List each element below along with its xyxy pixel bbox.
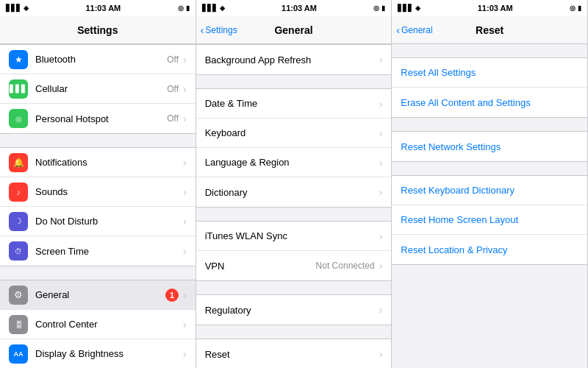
bluetooth-item[interactable]: ★ Bluetooth Off › [0, 45, 196, 74]
reset-group-3: Reset Keyboard Dictionary Reset Home Scr… [392, 175, 587, 265]
regulatory-item[interactable]: Regulatory › [196, 295, 392, 325]
reset-item[interactable]: Reset › [196, 339, 392, 368]
chevron-icon: › [183, 216, 187, 227]
reset-homescreen-label: Reset Home Screen Layout [401, 214, 518, 225]
location-icon-3: ◎ [570, 4, 576, 12]
screentime-label: Screen Time [35, 246, 183, 257]
signal-icon: ▋▋▋ [6, 4, 21, 12]
chevron-icon: › [379, 260, 383, 272]
reset-panel: ▋▋▋ ◈ 11:03 AM ◎ ▮ ‹ General Reset Reset… [392, 0, 588, 368]
settings-nav: Settings [0, 16, 196, 44]
general-icon: ⚙ [9, 286, 28, 305]
controlcenter-label: Control Center [35, 319, 183, 330]
location-icon: ◎ [178, 4, 184, 12]
chevron-icon: › [183, 157, 187, 169]
donotdisturb-label: Do Not Disturb [35, 216, 183, 227]
languageregion-item[interactable]: Language & Region › [196, 148, 392, 177]
back-to-general[interactable]: ‹ General [396, 24, 432, 36]
general-badge: 1 [165, 289, 179, 302]
wifi-icon-3: ◈ [415, 4, 420, 12]
reset-label: Reset [205, 349, 379, 360]
regulatory-group: Regulatory › [196, 294, 392, 325]
hotspot-item[interactable]: ◎ Personal Hotspot Off › [0, 104, 196, 133]
reset-homescreen-item[interactable]: Reset Home Screen Layout [392, 205, 587, 235]
chevron-icon: › [379, 348, 383, 360]
signal-icons-2: ▋▋▋ ◈ [202, 4, 225, 12]
cellular-label: Cellular [35, 83, 167, 94]
signal-icons: ▋▋▋ ◈ [6, 4, 29, 12]
signal-icon-3: ▋▋▋ [398, 4, 413, 12]
chevron-icon: › [379, 98, 383, 110]
back-label: Settings [205, 25, 237, 35]
status-bar-2: ▋▋▋ ◈ 11:03 AM ◎ ▮ [196, 0, 392, 16]
cellular-item[interactable]: ▋▋▋ Cellular Off › [0, 74, 196, 104]
erase-all-item[interactable]: Erase All Content and Settings [392, 88, 587, 117]
screentime-icon: ⏱ [9, 241, 28, 261]
vpn-value: Not Connected [316, 261, 375, 271]
controlcenter-item[interactable]: 🎛 Control Center › [0, 310, 196, 339]
itunes-item[interactable]: iTunes WLAN Sync › [196, 222, 392, 251]
back-chevron: ‹ [201, 24, 204, 36]
bgrefresh-label: Background App Refresh [205, 54, 379, 66]
notifications-label: Notifications [35, 157, 183, 168]
screentime-item[interactable]: ⏱ Screen Time › [0, 236, 196, 266]
chevron-icon: › [183, 348, 187, 360]
keyboard-item[interactable]: Keyboard › [196, 118, 392, 148]
chevron-icon: › [183, 245, 187, 257]
reset-all-settings-item[interactable]: Reset All Settings [392, 58, 587, 88]
battery-icon: ▮ [186, 4, 190, 12]
signal-icons-3: ▋▋▋ ◈ [398, 4, 420, 12]
battery-icons-3: ◎ ▮ [570, 4, 581, 12]
vpn-item[interactable]: VPN Not Connected › [196, 251, 392, 280]
battery-icons-2: ◎ ▮ [373, 4, 385, 12]
displaybrightness-icon: AA [9, 344, 28, 364]
settings-panel: ▋▋▋ ◈ 11:03 AM ◎ ▮ Settings ★ Bluetooth … [0, 0, 196, 368]
back-to-settings[interactable]: ‹ Settings [201, 24, 237, 36]
donotdisturb-icon: ☽ [9, 212, 28, 231]
sounds-icon: ♪ [9, 183, 28, 202]
bgrefresh-group: Background App Refresh › [196, 44, 392, 75]
chevron-icon: › [379, 157, 383, 169]
chevron-icon: › [183, 289, 187, 301]
displaybrightness-item[interactable]: AA Display & Brightness › [0, 339, 196, 368]
donotdisturb-item[interactable]: ☽ Do Not Disturb › [0, 207, 196, 236]
settings-title: Settings [77, 24, 118, 36]
locale-group: Date & Time › Keyboard › Language & Regi… [196, 88, 392, 208]
general-list: Background App Refresh › Date & Time › K… [196, 44, 392, 368]
wifi-icon-2: ◈ [220, 4, 225, 12]
chevron-icon: › [379, 54, 383, 66]
time-2: 11:03 AM [282, 4, 317, 13]
battery-icon-3: ▮ [578, 4, 581, 12]
dictionary-item[interactable]: Dictionary › [196, 177, 392, 207]
itunes-label: iTunes WLAN Sync [205, 230, 379, 241]
signal-icon-2: ▋▋▋ [202, 4, 218, 12]
displaybrightness-label: Display & Brightness [35, 348, 183, 359]
sounds-item[interactable]: ♪ Sounds › [0, 177, 196, 207]
reset-location-item[interactable]: Reset Location & Privacy [392, 235, 587, 264]
chevron-icon: › [379, 127, 383, 139]
datetime-item[interactable]: Date & Time › [196, 89, 392, 118]
reset-nav: ‹ General Reset [392, 16, 587, 44]
languageregion-label: Language & Region [205, 157, 379, 168]
reset-group-1: Reset All Settings Erase All Content and… [392, 57, 587, 118]
reset-group-2: Reset Network Settings [392, 131, 587, 162]
back-label-2: General [401, 25, 433, 35]
chevron-icon: › [379, 304, 383, 316]
back-chevron-2: ‹ [396, 24, 400, 36]
reset-keyboard-item[interactable]: Reset Keyboard Dictionary [392, 176, 587, 205]
datetime-label: Date & Time [205, 98, 379, 109]
reset-network-label: Reset Network Settings [401, 141, 501, 152]
notifications-group: 🔔 Notifications › ♪ Sounds › ☽ Do Not Di… [0, 147, 196, 266]
bgrefresh-item[interactable]: Background App Refresh › [196, 45, 392, 74]
status-bar-1: ▋▋▋ ◈ 11:03 AM ◎ ▮ [0, 0, 196, 16]
chevron-icon: › [183, 83, 187, 95]
hotspot-label: Personal Hotspot [35, 113, 167, 124]
notifications-item[interactable]: 🔔 Notifications › [0, 148, 196, 177]
reset-network-item[interactable]: Reset Network Settings [392, 132, 587, 161]
regulatory-label: Regulatory [205, 305, 379, 316]
general-panel: ▋▋▋ ◈ 11:03 AM ◎ ▮ ‹ Settings General Ba… [196, 0, 392, 368]
hotspot-icon: ◎ [9, 109, 28, 128]
keyboard-label: Keyboard [205, 127, 379, 138]
general-item[interactable]: ⚙ General 1 › [0, 280, 196, 310]
general-nav: ‹ Settings General [196, 16, 392, 44]
